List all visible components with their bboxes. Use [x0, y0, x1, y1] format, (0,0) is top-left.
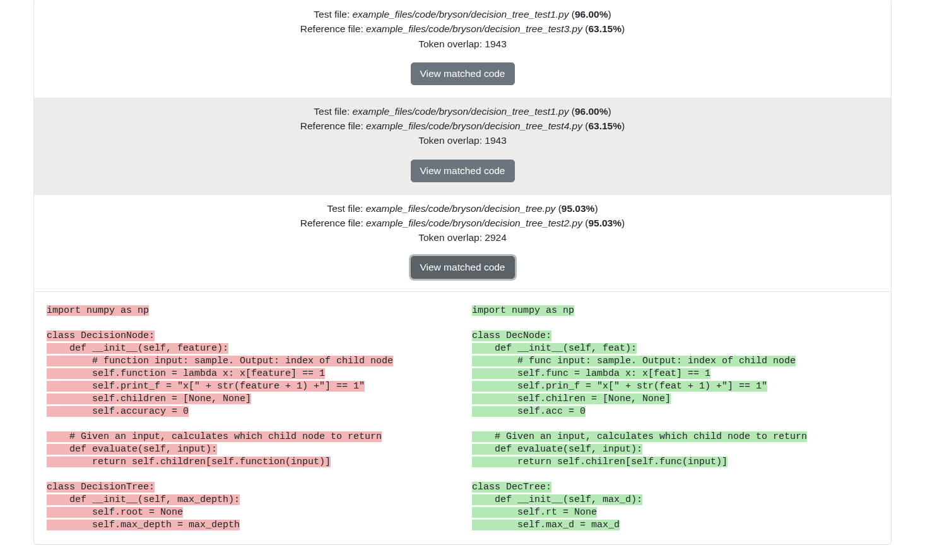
token-overlap-line: Token overlap: 1943 [39, 37, 886, 51]
token-overlap-label: Token overlap: [418, 135, 485, 146]
code-compare-panel: import numpy as np class DecisionNode: d… [33, 292, 892, 545]
test-file-label: Test file: [314, 9, 352, 20]
code-line: # func input: sample. Output: index of c… [472, 356, 796, 366]
reference-file-line: Reference file: example_files/code/bryso… [39, 21, 886, 36]
code-line: def __init__(self, max_depth): [47, 494, 240, 505]
test-file-line: Test file: example_files/code/bryson/dec… [39, 104, 886, 119]
code-line: class DecNode: [472, 330, 551, 341]
test-file-label: Test file: [314, 106, 352, 117]
code-line: def __init__(self, max_d): [472, 494, 642, 505]
matches-panel: Test file: example_files/code/bryson/dec… [33, 1, 892, 292]
code-line: self.print_f = "x[" + str(feature + 1) +… [47, 381, 365, 392]
token-overlap-line: Token overlap: 1943 [39, 133, 886, 148]
reference-file-label: Reference file: [300, 218, 366, 228]
token-overlap-label: Token overlap: [418, 232, 485, 243]
code-line: self.func = lambda x: x[feat] == 1 [472, 368, 710, 379]
test-file-label: Test file: [327, 203, 365, 214]
test-file-path: example_files/code/bryson/decision_tree.… [366, 203, 556, 214]
code-line: def __init__(self, feature): [47, 343, 228, 354]
reference-file-path: example_files/code/bryson/decision_tree_… [366, 23, 582, 34]
reference-file-percent: 95.03% [588, 218, 622, 228]
code-line: self.acc = 0 [472, 406, 586, 417]
token-overlap-value: 2924 [485, 232, 506, 243]
token-overlap-label: Token overlap: [418, 38, 485, 49]
test-file-path: example_files/code/bryson/decision_tree_… [353, 9, 569, 20]
code-line: class DecTree: [472, 482, 551, 493]
code-line: class DecisionTree: [47, 482, 155, 493]
code-line: import numpy as np [472, 305, 574, 316]
token-overlap-line: Token overlap: 2924 [39, 230, 886, 245]
reference-file-path: example_files/code/bryson/decision_tree_… [366, 218, 582, 228]
code-line: self.max_d = max_d [472, 520, 620, 530]
match-row: Test file: example_files/code/bryson/dec… [34, 1, 891, 98]
token-overlap-value: 1943 [485, 38, 506, 49]
results-page: Test file: example_files/code/bryson/dec… [0, 0, 925, 545]
test-file-percent: 96.00% [575, 106, 608, 117]
code-line: def __init__(self, feat): [472, 343, 637, 354]
code-line: self.children = [None, None] [47, 394, 251, 404]
code-line: return self.chilren[self.func(input)] [472, 457, 728, 467]
test-file-line: Test file: example_files/code/bryson/dec… [39, 7, 886, 21]
code-line: def evaluate(self, input): [472, 444, 642, 455]
match-row: Test file: example_files/code/bryson/dec… [34, 195, 891, 292]
reference-file-line: Reference file: example_files/code/bryso… [39, 216, 886, 230]
view-matched-code-button[interactable]: View matched code [411, 62, 515, 85]
code-line: return self.children[self.function(input… [47, 457, 331, 467]
code-line: self.prin_f = "x[" + str(feat + 1) +"] =… [472, 381, 767, 392]
token-overlap-value: 1943 [485, 135, 506, 146]
code-line: self.function = lambda x: x[feature] == … [47, 368, 325, 379]
code-line: self.max_depth = max_depth [47, 520, 240, 530]
test-file-line: Test file: example_files/code/bryson/dec… [39, 201, 886, 216]
match-row: Test file: example_files/code/bryson/dec… [34, 98, 891, 195]
code-line: import numpy as np [47, 305, 149, 316]
reference-file-line: Reference file: example_files/code/bryso… [39, 119, 886, 133]
code-column-test: import numpy as np class DecisionNode: d… [47, 305, 453, 532]
code-line: self.accuracy = 0 [47, 406, 189, 417]
code-line: # Given an input, calculates which child… [472, 431, 807, 442]
view-matched-code-button[interactable]: View matched code [411, 256, 515, 279]
reference-file-percent: 63.15% [588, 120, 622, 131]
reference-file-percent: 63.15% [588, 23, 622, 34]
code-line: # function input: sample. Output: index … [47, 356, 393, 366]
view-matched-code-button[interactable]: View matched code [411, 160, 515, 182]
reference-file-path: example_files/code/bryson/decision_tree_… [366, 120, 582, 131]
code-line: self.chilren = [None, None] [472, 394, 671, 404]
code-line: class DecisionNode: [47, 330, 155, 341]
reference-file-label: Reference file: [300, 120, 366, 131]
code-column-reference: import numpy as np class DecNode: def __… [472, 305, 878, 532]
code-line: # Given an input, calculates which child… [47, 431, 382, 442]
code-line: self.root = None [47, 507, 183, 518]
test-file-percent: 96.00% [575, 9, 608, 20]
code-line: self.rt = None [472, 507, 597, 518]
test-file-path: example_files/code/bryson/decision_tree_… [353, 106, 569, 117]
reference-file-label: Reference file: [300, 23, 366, 34]
code-line: def evaluate(self, input): [47, 444, 217, 455]
test-file-percent: 95.03% [562, 203, 595, 214]
